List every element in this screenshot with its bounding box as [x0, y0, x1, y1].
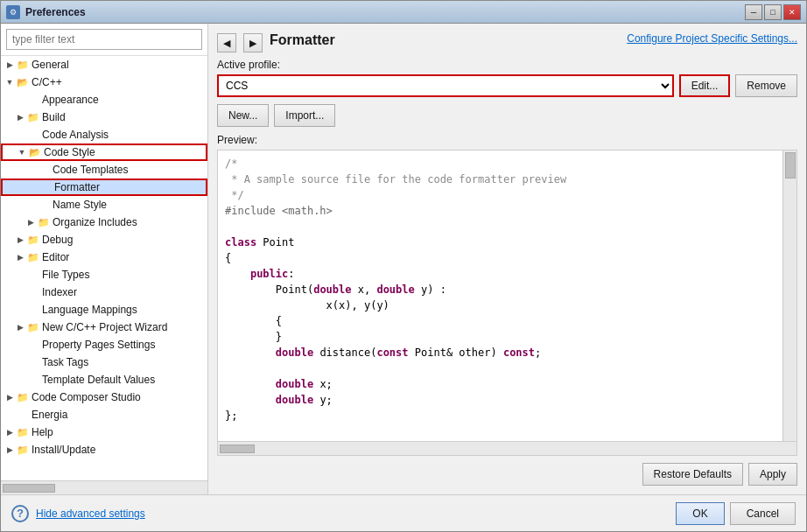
title-bar: ⚙ Preferences ─ □ ✕: [1, 1, 806, 24]
tree-item-code-analysis[interactable]: Code Analysis: [1, 126, 207, 144]
tree-item-appearance[interactable]: Appearance: [1, 91, 207, 108]
code-line: */: [225, 187, 789, 203]
arrow-new-cpp-wizard: ▶: [15, 322, 25, 332]
leaf-icon-formatter: [39, 181, 52, 193]
apply-button[interactable]: Apply: [748, 463, 797, 486]
import-button[interactable]: Import...: [274, 104, 335, 127]
preview-scroll[interactable]: /* * A sample source file for the code f…: [218, 150, 796, 455]
tree-item-new-cpp-wizard[interactable]: ▶ 📁 New C/C++ Project Wizard: [1, 318, 207, 336]
nav-fwd-button[interactable]: ▶: [243, 33, 263, 52]
tree-item-install-update[interactable]: ▶ 📁 Install/Update: [1, 441, 207, 458]
arrow-language-mappings: [15, 304, 25, 315]
tree-item-editor[interactable]: ▶ 📁 Editor: [1, 248, 207, 266]
footer-right: OK Cancel: [676, 502, 796, 525]
leaf-icon-indexer: [27, 286, 39, 298]
code-line: * A sample source file for the code form…: [225, 172, 789, 187]
tree-label-organize-includes: Organize Includes: [53, 216, 137, 228]
tree-label-new-cpp-wizard: New C/C++ Project Wizard: [42, 321, 167, 333]
folder-icon-install-update: 📁: [17, 444, 29, 456]
hide-advanced-link[interactable]: Hide advanced settings: [36, 508, 145, 520]
arrow-organize-includes: ▶: [25, 217, 36, 228]
arrow-property-pages: [15, 340, 25, 350]
arrow-code-composer: ▶: [4, 392, 15, 402]
tree-item-cpp[interactable]: ▼ 📂 C/C++: [1, 74, 207, 91]
arrow-name-style: [25, 200, 36, 210]
folder-icon-organize-includes: 📁: [38, 216, 50, 228]
tree-item-debug[interactable]: ▶ 📁 Debug: [1, 231, 207, 248]
ok-button[interactable]: OK: [676, 502, 724, 525]
code-line: class Point: [225, 234, 789, 250]
footer-left: ? Hide advanced settings: [11, 505, 145, 522]
arrow-formatter: [27, 182, 38, 192]
profile-select[interactable]: CCS: [217, 74, 674, 97]
filter-box: type filter text: [1, 24, 207, 56]
tree-item-code-style[interactable]: ▼ 📂 Code Style: [1, 144, 207, 161]
tree-item-build[interactable]: ▶ 📁 Build: [1, 108, 207, 126]
tree-label-appearance: Appearance: [42, 94, 99, 106]
arrow-file-types: [15, 270, 25, 280]
help-icon[interactable]: ?: [11, 505, 29, 522]
tree-label-general: General: [32, 59, 69, 71]
nav-back-button[interactable]: ◀: [217, 33, 236, 52]
scroll-thumb-vertical[interactable]: [785, 152, 796, 178]
restore-defaults-button[interactable]: Restore Defaults: [642, 463, 743, 486]
arrow-task-tags: [15, 357, 25, 368]
edit-button[interactable]: Edit...: [679, 74, 731, 97]
leaf-icon-task-tags: [27, 356, 39, 368]
arrow-debug: ▶: [15, 234, 25, 245]
minimize-button[interactable]: ─: [745, 4, 762, 20]
tree-item-code-templates[interactable]: Code Templates: [1, 161, 207, 178]
tree-item-code-composer[interactable]: ▶ 📁 Code Composer Studio: [1, 388, 207, 406]
cancel-button[interactable]: Cancel: [730, 502, 796, 525]
code-line: public:: [225, 266, 789, 282]
panel-title: Formatter: [270, 32, 335, 48]
tree-label-install-update: Install/Update: [32, 444, 95, 456]
tree-item-property-pages[interactable]: Property Pages Settings: [1, 336, 207, 354]
folder-icon-debug: 📁: [27, 234, 39, 246]
tree-item-file-types[interactable]: File Types: [1, 266, 207, 284]
leaf-icon-energia: [17, 409, 29, 421]
leaf-icon-file-types: [27, 269, 39, 281]
scroll-thumb-horizontal[interactable]: [220, 444, 255, 453]
tree-item-template-defaults[interactable]: Template Default Values: [1, 371, 207, 388]
scroll-thumb-h[interactable]: [3, 484, 55, 493]
remove-button[interactable]: Remove: [735, 74, 797, 97]
tree-item-formatter[interactable]: Formatter: [1, 178, 207, 196]
preview-scrollbar-horizontal[interactable]: [218, 441, 796, 455]
code-line: #include <math.h>: [225, 203, 789, 219]
configure-project-link[interactable]: Configure Project Specific Settings...: [627, 32, 797, 45]
tree-item-general[interactable]: ▶ 📁 General: [1, 56, 207, 74]
leaf-icon-code-analysis: [27, 129, 39, 141]
folder-icon-code-composer: 📁: [17, 391, 29, 403]
leaf-icon-appearance: [27, 94, 39, 106]
arrow-install-update: ▶: [4, 444, 15, 455]
leaf-icon-code-templates: [38, 164, 50, 176]
tree-item-organize-includes[interactable]: ▶ 📁 Organize Includes: [1, 214, 207, 231]
leaf-icon-language-mappings: [27, 304, 39, 316]
code-line: double y;: [225, 392, 789, 408]
tree-item-task-tags[interactable]: Task Tags: [1, 354, 207, 371]
tree-scrollbar-horizontal[interactable]: [1, 480, 207, 494]
close-button[interactable]: ✕: [783, 4, 801, 20]
tree-item-energia[interactable]: Energia: [1, 406, 207, 424]
tree-item-indexer[interactable]: Indexer: [1, 284, 207, 301]
preview-scrollbar-vertical[interactable]: [782, 150, 796, 441]
tree-item-language-mappings[interactable]: Language Mappings: [1, 301, 207, 318]
tree-item-name-style[interactable]: Name Style: [1, 196, 207, 214]
code-line: /*: [225, 156, 789, 172]
maximize-button[interactable]: □: [764, 4, 782, 20]
preview-container: /* * A sample source file for the code f…: [217, 150, 797, 456]
tree-label-indexer: Indexer: [42, 286, 77, 298]
active-profile-label: Active profile:: [217, 59, 797, 71]
tree-label-formatter: Formatter: [54, 181, 100, 193]
filter-input[interactable]: type filter text: [6, 29, 202, 50]
left-panel: type filter text ▶ 📁 General ▼ 📂 C/C++: [1, 24, 208, 494]
tree-label-template-defaults: Template Default Values: [42, 374, 155, 386]
code-line: {: [225, 250, 789, 266]
tree-label-cpp: C/C++: [32, 76, 62, 88]
tree-label-task-tags: Task Tags: [42, 356, 88, 368]
new-button[interactable]: New...: [217, 104, 269, 127]
folder-icon-build: 📁: [27, 111, 39, 123]
tree-item-help[interactable]: ▶ 📁 Help: [1, 424, 207, 441]
tree-label-debug: Debug: [42, 234, 73, 246]
